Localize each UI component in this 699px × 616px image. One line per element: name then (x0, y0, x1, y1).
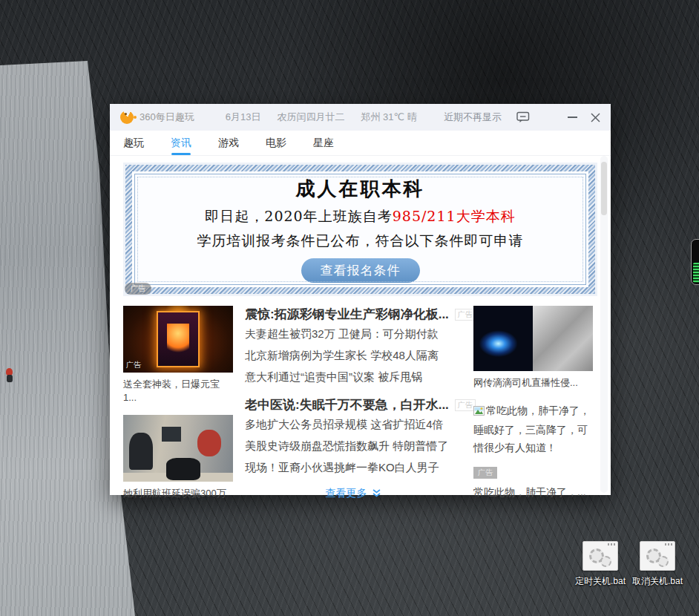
lunar-date-text: 农历闰四月廿二 (277, 111, 344, 124)
titlebar: 360每日趣玩 6月13日 农历闰四月廿二 郑州 31℃ 晴 近期不再显示 (110, 104, 611, 131)
news-right-column: 网传滴滴司机直播性侵... 常吃此物，肺干净了，睡眠好了，三高降了，可惜很少有人… (473, 306, 593, 511)
car-dashboard-image (473, 306, 533, 371)
desktop-icon-label: 定时关机.bat (574, 575, 627, 588)
headline-row: 老中医说:失眠千万不要急，白开水... 广告 (245, 396, 462, 413)
banner-subtitle-red: 985/211大学本科 (393, 208, 516, 224)
tab-quwan[interactable]: 趣玩 (123, 131, 144, 155)
news-thumbnail-pair[interactable] (473, 306, 593, 371)
headline-row: 震惊:拓源彩钢专业生产彩钢净化板... 广告 (245, 306, 462, 323)
battery-charge-level (693, 263, 699, 283)
gear-icon (600, 556, 611, 567)
ad-text-link[interactable]: 常吃此物，肺干净了，睡眠好了，三高降了，可惜很少有人知道！ (473, 402, 593, 456)
minimize-button[interactable] (568, 117, 577, 118)
feedback-icon[interactable] (516, 111, 530, 123)
news-link[interactable]: 现场！亚裔小伙遇挑衅一拳KO白人男子 (245, 456, 462, 478)
office-backpack (166, 458, 200, 480)
360-quwan-logo-icon (120, 111, 134, 124)
banner-line3: 学历培训报考条件已公布，符合以下条件即可申请 (197, 232, 524, 251)
menu-icon[interactable] (543, 114, 554, 122)
bat-file-icon (640, 541, 675, 571)
scrollbar-track[interactable] (600, 156, 608, 493)
gear-icon (657, 556, 669, 567)
tab-bar: 趣玩 资讯 游戏 电影 星座 (110, 131, 611, 156)
broken-image-icon (473, 403, 485, 421)
phoenix-art (167, 324, 189, 356)
banner-ad-badge: 广告 (125, 283, 151, 295)
game-ad-thumbnail[interactable]: 广告 (123, 306, 233, 373)
window-title: 360每日趣玩 (140, 111, 194, 124)
bat-file-icon (582, 541, 618, 571)
close-button[interactable] (591, 113, 600, 122)
office-monitor (162, 427, 181, 442)
news-caption[interactable]: 她利用航班延误骗300万 (123, 487, 233, 500)
ad-overlay-label: 广告 (126, 360, 141, 370)
banner-signup-button[interactable]: 查看报名条件 (301, 258, 420, 283)
banner-subtitle: 即日起，2020年上班族自考985/211大学本科 (205, 207, 515, 226)
battery-indicator (691, 239, 699, 285)
ad-tag: 广告 (455, 309, 476, 321)
desktop-icon-cancel-shutdown[interactable]: 取消关机.bat (631, 541, 684, 588)
banner-ad[interactable]: 成人在职本科 即日起，2020年上班族自考985/211大学本科 学历培训报考条… (123, 163, 597, 296)
bat-file-titlebar (665, 543, 672, 545)
news-left-column: 广告 送全套神装，日爆元宝1... 她利用航班延误骗300万 (123, 306, 233, 511)
see-more-link[interactable]: 查看更多 (245, 487, 462, 500)
scrollbar-thumb[interactable] (601, 162, 607, 215)
tab-xingzuo[interactable]: 星座 (313, 131, 334, 155)
news-thumbnail-office[interactable] (123, 415, 233, 482)
office-person-red (197, 430, 221, 456)
date-text: 6月13日 (226, 111, 261, 124)
news-link[interactable]: 北京新增病例为学生家长 学校48人隔离 (245, 344, 462, 366)
360-daily-fun-window: 360每日趣玩 6月13日 农历闰四月廿二 郑州 31℃ 晴 近期不再显示 趣玩… (110, 104, 611, 495)
tab-zixun[interactable]: 资讯 (171, 131, 191, 155)
game-ad-caption[interactable]: 送全套神装，日爆元宝1... (123, 378, 233, 404)
desktop-icon-timed-shutdown[interactable]: 定时关机.bat (574, 541, 627, 588)
news-link[interactable]: 意大利通过“追责中国”议案 被斥甩锅 (245, 366, 462, 387)
grayscale-image (533, 306, 593, 371)
news-middle-column: 震惊:拓源彩钢专业生产彩钢净化板... 广告 夫妻超生被罚32万 卫健局：可分期… (245, 306, 462, 511)
ad-tag-gray: 广告 (473, 467, 497, 479)
ad-caption[interactable]: 常吃此物，肺干净了，... (473, 486, 593, 499)
news-caption[interactable]: 网传滴滴司机直播性侵... (473, 376, 593, 390)
tab-dianying[interactable]: 电影 (266, 131, 286, 155)
feed-block: 震惊:拓源彩钢专业生产彩钢净化板... 广告 夫妻超生被罚32万 卫健局：可分期… (245, 306, 462, 387)
news-grid: 广告 送全套神装，日爆元宝1... 她利用航班延误骗300万 震惊:拓源彩钢专业… (123, 306, 597, 511)
climber-figure (4, 368, 15, 384)
bat-file-titlebar (608, 543, 615, 545)
news-link[interactable]: 夫妻超生被罚32万 卫健局：可分期付款 (245, 323, 462, 344)
banner-title: 成人在职本科 (296, 176, 425, 202)
date-weather-info: 6月13日 农历闰四月廿二 郑州 31℃ 晴 (226, 111, 433, 124)
climber-legs (7, 375, 13, 382)
feed-block: 老中医说:失眠千万不要急，白开水... 广告 多地扩大公务员招录规模 这省扩招近… (245, 396, 462, 478)
weather-text: 郑州 31℃ 晴 (361, 111, 416, 124)
tab-youxi[interactable]: 游戏 (218, 131, 239, 155)
ad-headline[interactable]: 震惊:拓源彩钢专业生产彩钢净化板... (245, 306, 449, 323)
office-person (129, 433, 153, 470)
chevron-down-icon (372, 489, 381, 498)
ad-headline[interactable]: 老中医说:失眠千万不要急，白开水... (245, 396, 449, 413)
content-area: 成人在职本科 即日起，2020年上班族自考985/211大学本科 学历培训报考条… (110, 156, 611, 511)
desktop-icon-label: 取消关机.bat (631, 575, 684, 588)
news-link[interactable]: 美股史诗级崩盘恐慌指数飙升 特朗普懵了 (245, 435, 462, 456)
news-link[interactable]: 多地扩大公务员招录规模 这省扩招近4倍 (245, 413, 462, 435)
dismiss-recently-button[interactable]: 近期不再显示 (444, 111, 502, 124)
banner-paper: 成人在职本科 即日起，2020年上班族自考985/211大学本科 学历培训报考条… (134, 174, 586, 285)
ad-tag: 广告 (455, 399, 476, 411)
